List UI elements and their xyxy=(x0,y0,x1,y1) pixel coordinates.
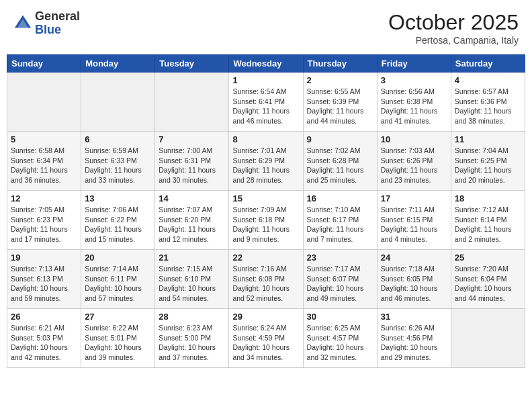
day-number: 3 xyxy=(381,75,447,85)
day-number: 30 xyxy=(307,312,373,322)
day-info: Sunrise: 6:22 AM Sunset: 5:01 PM Dayligh… xyxy=(85,323,151,363)
day-number: 8 xyxy=(232,134,299,144)
day-info: Sunrise: 7:06 AM Sunset: 6:22 PM Dayligh… xyxy=(85,205,151,244)
calendar-cell: 4Sunrise: 6:57 AM Sunset: 6:36 PM Daylig… xyxy=(451,73,525,132)
day-info: Sunrise: 6:57 AM Sunset: 6:36 PM Dayligh… xyxy=(455,87,521,126)
calendar-cell: 29Sunrise: 6:24 AM Sunset: 4:59 PM Dayli… xyxy=(229,309,303,368)
day-number: 16 xyxy=(307,193,373,203)
logo-text: General Blue xyxy=(35,10,80,37)
day-info: Sunrise: 7:12 AM Sunset: 6:14 PM Dayligh… xyxy=(455,205,521,244)
day-number: 20 xyxy=(85,253,151,263)
day-number: 7 xyxy=(159,134,225,144)
day-info: Sunrise: 7:13 AM Sunset: 6:13 PM Dayligh… xyxy=(11,264,77,304)
day-info: Sunrise: 7:05 AM Sunset: 6:23 PM Dayligh… xyxy=(11,205,77,244)
day-number: 31 xyxy=(381,312,447,322)
calendar-cell: 21Sunrise: 7:15 AM Sunset: 6:10 PM Dayli… xyxy=(155,250,229,309)
day-number: 17 xyxy=(381,193,447,203)
calendar-cell xyxy=(81,73,155,132)
day-number: 24 xyxy=(381,253,447,263)
day-number: 21 xyxy=(159,253,225,263)
calendar-week-4: 19Sunrise: 7:13 AM Sunset: 6:13 PM Dayli… xyxy=(7,250,525,309)
day-number: 25 xyxy=(455,253,521,263)
calendar-cell: 31Sunrise: 6:26 AM Sunset: 4:56 PM Dayli… xyxy=(377,309,451,368)
day-info: Sunrise: 7:14 AM Sunset: 6:11 PM Dayligh… xyxy=(85,264,151,304)
day-info: Sunrise: 6:58 AM Sunset: 6:34 PM Dayligh… xyxy=(11,146,77,185)
calendar-cell: 6Sunrise: 6:59 AM Sunset: 6:33 PM Daylig… xyxy=(81,132,155,191)
day-info: Sunrise: 6:26 AM Sunset: 4:56 PM Dayligh… xyxy=(381,323,447,363)
day-number: 12 xyxy=(11,193,77,203)
day-number: 9 xyxy=(307,134,373,144)
calendar-week-1: 1Sunrise: 6:54 AM Sunset: 6:41 PM Daylig… xyxy=(7,73,525,132)
day-number: 28 xyxy=(159,312,225,322)
calendar-cell: 13Sunrise: 7:06 AM Sunset: 6:22 PM Dayli… xyxy=(81,191,155,250)
calendar-cell: 9Sunrise: 7:02 AM Sunset: 6:28 PM Daylig… xyxy=(303,132,377,191)
title-block: October 2025 Pertosa, Campania, Italy xyxy=(388,10,519,46)
day-number: 11 xyxy=(455,134,521,144)
calendar-cell: 19Sunrise: 7:13 AM Sunset: 6:13 PM Dayli… xyxy=(7,250,81,309)
calendar-cell: 14Sunrise: 7:07 AM Sunset: 6:20 PM Dayli… xyxy=(155,191,229,250)
day-info: Sunrise: 6:54 AM Sunset: 6:41 PM Dayligh… xyxy=(232,87,299,126)
calendar-cell: 7Sunrise: 7:00 AM Sunset: 6:31 PM Daylig… xyxy=(155,132,229,191)
day-info: Sunrise: 7:10 AM Sunset: 6:17 PM Dayligh… xyxy=(307,205,373,244)
calendar-week-3: 12Sunrise: 7:05 AM Sunset: 6:23 PM Dayli… xyxy=(7,191,525,250)
calendar-cell xyxy=(155,73,229,132)
calendar-header-row: SundayMondayTuesdayWednesdayThursdayFrid… xyxy=(7,55,525,73)
day-number: 27 xyxy=(85,312,151,322)
logo-icon xyxy=(13,14,32,33)
calendar-cell: 15Sunrise: 7:09 AM Sunset: 6:18 PM Dayli… xyxy=(229,191,303,250)
page-header: General Blue October 2025 Pertosa, Campa… xyxy=(7,7,525,49)
logo-general: General xyxy=(35,9,80,23)
day-info: Sunrise: 6:24 AM Sunset: 4:59 PM Dayligh… xyxy=(232,323,299,363)
day-info: Sunrise: 7:15 AM Sunset: 6:10 PM Dayligh… xyxy=(159,264,225,304)
calendar-cell: 26Sunrise: 6:21 AM Sunset: 5:03 PM Dayli… xyxy=(7,309,81,368)
calendar-cell: 16Sunrise: 7:10 AM Sunset: 6:17 PM Dayli… xyxy=(303,191,377,250)
day-number: 5 xyxy=(11,134,77,144)
day-info: Sunrise: 7:04 AM Sunset: 6:25 PM Dayligh… xyxy=(455,146,521,185)
day-info: Sunrise: 7:11 AM Sunset: 6:15 PM Dayligh… xyxy=(381,205,447,244)
day-info: Sunrise: 6:25 AM Sunset: 4:57 PM Dayligh… xyxy=(307,323,373,363)
calendar-cell xyxy=(451,309,525,368)
day-number: 26 xyxy=(11,312,77,322)
calendar-cell: 18Sunrise: 7:12 AM Sunset: 6:14 PM Dayli… xyxy=(451,191,525,250)
day-number: 2 xyxy=(307,75,373,85)
month-title: October 2025 xyxy=(388,10,519,35)
calendar-week-2: 5Sunrise: 6:58 AM Sunset: 6:34 PM Daylig… xyxy=(7,132,525,191)
col-header-sunday: Sunday xyxy=(7,55,81,73)
day-info: Sunrise: 7:00 AM Sunset: 6:31 PM Dayligh… xyxy=(159,146,225,185)
day-number: 15 xyxy=(232,193,299,203)
day-info: Sunrise: 6:56 AM Sunset: 6:38 PM Dayligh… xyxy=(381,87,447,126)
day-number: 4 xyxy=(455,75,521,85)
day-number: 22 xyxy=(232,253,299,263)
calendar-cell: 10Sunrise: 7:03 AM Sunset: 6:26 PM Dayli… xyxy=(377,132,451,191)
day-info: Sunrise: 6:59 AM Sunset: 6:33 PM Dayligh… xyxy=(85,146,151,185)
day-info: Sunrise: 7:17 AM Sunset: 6:07 PM Dayligh… xyxy=(307,264,373,304)
day-info: Sunrise: 6:23 AM Sunset: 5:00 PM Dayligh… xyxy=(159,323,225,363)
day-info: Sunrise: 7:02 AM Sunset: 6:28 PM Dayligh… xyxy=(307,146,373,185)
day-info: Sunrise: 7:01 AM Sunset: 6:29 PM Dayligh… xyxy=(232,146,299,185)
calendar-cell: 3Sunrise: 6:56 AM Sunset: 6:38 PM Daylig… xyxy=(377,73,451,132)
col-header-thursday: Thursday xyxy=(303,55,377,73)
calendar-cell: 28Sunrise: 6:23 AM Sunset: 5:00 PM Dayli… xyxy=(155,309,229,368)
col-header-monday: Monday xyxy=(81,55,155,73)
day-number: 23 xyxy=(307,253,373,263)
day-number: 18 xyxy=(455,193,521,203)
calendar-cell: 27Sunrise: 6:22 AM Sunset: 5:01 PM Dayli… xyxy=(81,309,155,368)
calendar-cell: 25Sunrise: 7:20 AM Sunset: 6:04 PM Dayli… xyxy=(451,250,525,309)
calendar-cell: 24Sunrise: 7:18 AM Sunset: 6:05 PM Dayli… xyxy=(377,250,451,309)
calendar-cell xyxy=(7,73,81,132)
day-number: 1 xyxy=(232,75,299,85)
day-info: Sunrise: 7:09 AM Sunset: 6:18 PM Dayligh… xyxy=(232,205,299,244)
day-number: 14 xyxy=(159,193,225,203)
calendar-cell: 5Sunrise: 6:58 AM Sunset: 6:34 PM Daylig… xyxy=(7,132,81,191)
day-info: Sunrise: 7:20 AM Sunset: 6:04 PM Dayligh… xyxy=(455,264,521,304)
day-info: Sunrise: 7:18 AM Sunset: 6:05 PM Dayligh… xyxy=(381,264,447,304)
calendar-cell: 2Sunrise: 6:55 AM Sunset: 6:39 PM Daylig… xyxy=(303,73,377,132)
logo-blue: Blue xyxy=(35,23,61,36)
calendar-cell: 23Sunrise: 7:17 AM Sunset: 6:07 PM Dayli… xyxy=(303,250,377,309)
location-subtitle: Pertosa, Campania, Italy xyxy=(388,35,519,46)
col-header-tuesday: Tuesday xyxy=(155,55,229,73)
calendar-cell: 30Sunrise: 6:25 AM Sunset: 4:57 PM Dayli… xyxy=(303,309,377,368)
calendar-week-5: 26Sunrise: 6:21 AM Sunset: 5:03 PM Dayli… xyxy=(7,309,525,368)
col-header-wednesday: Wednesday xyxy=(229,55,303,73)
col-header-saturday: Saturday xyxy=(451,55,525,73)
